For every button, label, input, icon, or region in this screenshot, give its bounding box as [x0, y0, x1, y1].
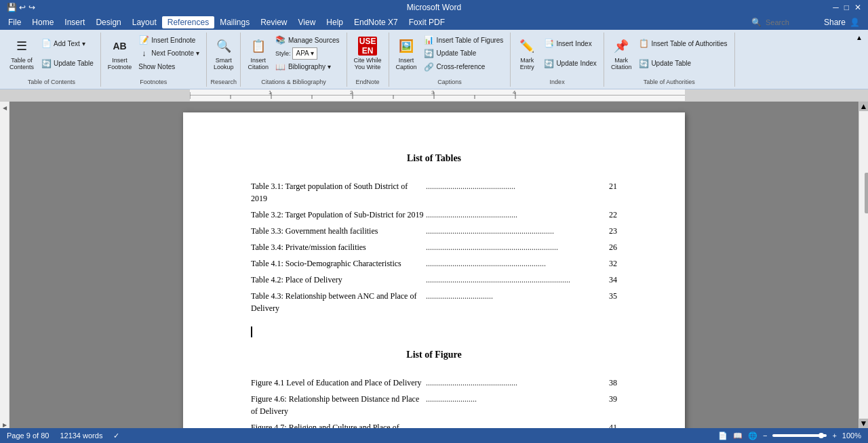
menu-references[interactable]: References — [162, 16, 214, 28]
footnotes-group-label: Footnotes — [101, 79, 206, 85]
footnotes-group-items: AB InsertFootnote 📝 Insert Endnote ↓ Nex… — [105, 34, 202, 85]
insert-endnote-button[interactable]: 📝 Insert Endnote — [136, 34, 202, 46]
toc-small-buttons: 📄 Add Text ▾ 🔄 Update Table — [38, 34, 96, 73]
close-btn[interactable]: ✕ — [854, 3, 861, 12]
title-bar: 💾 ↩ ↪ Microsoft Word ─ □ ✕ — [0, 0, 868, 15]
menu-help[interactable]: Help — [321, 16, 349, 28]
cross-reference-label: Cross-reference — [437, 63, 486, 70]
ribbon-group-captions: 🖼️ InsertCaption 📊 Insert Table of Figur… — [389, 33, 511, 87]
insert-caption-button[interactable]: 🖼️ InsertCaption — [393, 34, 420, 73]
figure-entry-dots: ......................... — [426, 393, 601, 417]
zoom-slider[interactable] — [772, 434, 827, 437]
insert-citation-label: InsertCitation — [248, 57, 269, 70]
insert-footnote-icon: AB — [111, 37, 130, 56]
scroll-down-button[interactable]: ▼ — [859, 419, 869, 428]
menu-review[interactable]: Review — [255, 16, 292, 28]
document-area[interactable]: List of Tables Table 3.1: Target populat… — [9, 102, 859, 428]
ribbon-group-index: ✏️ MarkEntry 📑 Insert Index 🔄 Update Ind… — [511, 33, 604, 87]
table-entry: Table 3.4: Private/mission facilities ..… — [251, 241, 617, 253]
figure-entry: Figure 4.1 Level of Education and Place … — [251, 377, 617, 389]
menu-mailings[interactable]: Mailings — [214, 16, 255, 28]
share-button[interactable]: Share — [824, 18, 846, 27]
maximize-btn[interactable]: □ — [844, 3, 849, 12]
style-label: Style: — [275, 50, 291, 57]
toc-entry-dots: ........................................… — [426, 180, 601, 205]
add-text-button[interactable]: 📄 Add Text ▾ — [38, 37, 96, 49]
minimize-btn[interactable]: ─ — [833, 3, 839, 12]
cross-reference-button[interactable]: 🔗 Cross-reference — [421, 61, 507, 73]
menu-layout[interactable]: Layout — [127, 16, 162, 28]
insert-citation-icon: 📋 — [249, 37, 268, 56]
figure-entry-page: 41 — [601, 421, 617, 428]
show-notes-label: Show Notes — [138, 63, 175, 70]
toc-entry-page: 26 — [601, 241, 617, 253]
table-of-contents-button[interactable]: ☰ Table ofContents — [7, 34, 37, 73]
menu-home[interactable]: Home — [26, 16, 59, 28]
menu-insert[interactable]: Insert — [59, 16, 90, 28]
toc-entry-label: Table 3.4: Private/mission facilities — [251, 241, 426, 253]
page-up-arrow[interactable]: ◀ — [1, 104, 8, 111]
scroll-up-button[interactable]: ▲ — [859, 102, 869, 111]
zoom-out-button[interactable]: − — [763, 431, 767, 440]
layout-normal-icon[interactable]: 📄 — [718, 431, 728, 440]
zoom-in-button[interactable]: + — [832, 431, 836, 440]
style-select[interactable]: APA ▾ — [292, 47, 317, 60]
search-input[interactable] — [766, 18, 820, 26]
table-entry: Table 3.1: Target population of South Di… — [251, 180, 617, 205]
next-footnote-icon: ↓ — [138, 48, 149, 59]
search-icon: 🔍 — [751, 18, 762, 27]
page-down-arrow[interactable]: ▶ — [1, 421, 8, 428]
manage-sources-icon: 📚 — [275, 35, 286, 45]
mark-entry-button[interactable]: ✏️ MarkEntry — [515, 34, 539, 73]
figure-entry-label: Figure 4.1 Level of Education and Place … — [251, 377, 426, 389]
next-footnote-button[interactable]: ↓ Next Footnote ▾ — [136, 47, 202, 60]
layout-read-icon[interactable]: 📖 — [733, 431, 743, 440]
insert-table-figures-button[interactable]: 📊 Insert Table of Figures — [421, 34, 507, 46]
bibliography-icon: 📖 — [275, 62, 286, 72]
show-notes-button[interactable]: Show Notes — [136, 61, 202, 73]
menu-view[interactable]: View — [293, 16, 321, 28]
ribbon-collapse-button[interactable]: ▲ — [856, 34, 863, 41]
menu-bar: File Home Insert Design Layout Reference… — [0, 15, 868, 30]
index-group-label: Index — [511, 79, 604, 85]
list-of-figures-title: List of Figure — [251, 350, 617, 360]
index-small-buttons: 📑 Insert Index 🔄 Update Index — [540, 34, 599, 73]
layout-web-icon[interactable]: 🌐 — [748, 431, 757, 440]
figure-entry-page: 39 — [601, 393, 617, 417]
smart-lookup-button[interactable]: 🔍 SmartLookup — [211, 34, 237, 73]
update-index-button[interactable]: 🔄 Update Index — [540, 58, 599, 70]
table-entry: Table 4.3: Relationship between ANC and … — [251, 290, 617, 314]
endnote-group-label: EndNote — [347, 79, 389, 85]
status-right: 📄 📖 🌐 − + 100% — [718, 431, 861, 440]
update-table-cap-button[interactable]: 🔄 Update Table — [421, 47, 507, 60]
menu-design[interactable]: Design — [90, 16, 126, 28]
mark-citation-button[interactable]: 📌 MarkCitation — [608, 34, 635, 73]
manage-sources-button[interactable]: 📚 Manage Sources — [273, 34, 342, 46]
smart-lookup-label: SmartLookup — [214, 57, 234, 70]
main-layout: ◀ ▶ List of Tables Table 3.1: Target pop… — [0, 102, 868, 428]
ribbon-group-research: 🔍 SmartLookup Research — [207, 33, 241, 87]
insert-index-button[interactable]: 📑 Insert Index — [540, 37, 599, 49]
cite-while-write-button[interactable]: USEEN Cite WhileYou Write — [351, 34, 384, 73]
insert-footnote-button[interactable]: AB InsertFootnote — [105, 34, 135, 73]
right-scrollbar[interactable]: ▲ ▼ — [859, 102, 868, 428]
bibliography-button[interactable]: 📖 Bibliography ▾ — [273, 61, 342, 73]
insert-endnote-label: Insert Endnote — [151, 37, 195, 44]
update-table-auth-button[interactable]: 🔄 Update Table — [635, 58, 730, 70]
scroll-thumb[interactable] — [865, 173, 869, 213]
quick-access[interactable]: 💾 ↩ ↪ — [7, 3, 35, 12]
ruler-right-margin — [685, 89, 868, 101]
toc-entry-dots: ........................................… — [426, 225, 601, 237]
insert-table-auth-button[interactable]: 📋 Insert Table of Authorities — [635, 37, 730, 49]
ribbon-group-authorities: 📌 MarkCitation 📋 Insert Table of Authori… — [604, 33, 735, 87]
insert-citation-button[interactable]: 📋 InsertCitation — [245, 34, 271, 73]
endnote-group-items: USEEN Cite WhileYou Write — [351, 34, 384, 85]
style-dropdown[interactable]: Style: APA ▾ — [273, 47, 342, 60]
update-index-icon: 🔄 — [543, 58, 554, 69]
toc-entry-page: 34 — [601, 274, 617, 286]
menu-endnote[interactable]: EndNote X7 — [349, 16, 403, 28]
menu-file[interactable]: File — [3, 16, 26, 28]
menu-foxit[interactable]: Foxit PDF — [403, 16, 450, 28]
citations-group-label: Citations & Bibliography — [241, 79, 346, 85]
update-table-toc-button[interactable]: 🔄 Update Table — [38, 58, 96, 70]
